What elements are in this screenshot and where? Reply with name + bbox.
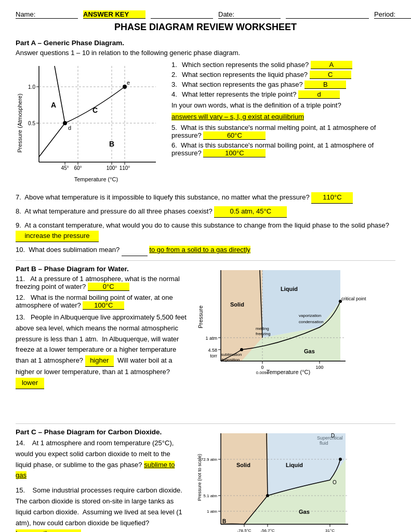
divider-b — [16, 260, 395, 261]
svg-text:100°: 100° — [107, 165, 117, 171]
svg-text:110°: 110° — [120, 165, 130, 171]
svg-text:freezing: freezing — [256, 331, 270, 336]
svg-text:Solid: Solid — [230, 301, 244, 308]
period-label: Period: — [374, 10, 411, 19]
svg-text:31°C: 31°C — [325, 528, 335, 532]
water-diagram-svg: Pressure Temperature (°C) 1 atm 4.58 tor… — [195, 265, 366, 416]
part-c-title: Part C – Phase Diagram for Carbon Dioxid… — [16, 428, 187, 436]
answer-14: sublime to gas — [16, 461, 175, 480]
part-a-title: Part A – Generic Phase Diagram. — [16, 39, 395, 47]
svg-text:A: A — [51, 101, 56, 109]
svg-text:critical point: critical point — [341, 296, 366, 301]
question-5: 5. What is this substance's normal melti… — [171, 124, 395, 140]
svg-text:-56.7°C: -56.7°C — [260, 528, 274, 532]
answer-4: d — [298, 90, 340, 99]
phase-diagram-svg: Pressure (Atmosphere) Temperature (°C) 1… — [16, 61, 164, 185]
svg-text:5.1 atm: 5.1 atm — [203, 494, 217, 498]
page-title: PHASE DIAGRAM REVIEW WORKSHEET — [16, 22, 395, 33]
svg-text:1 atm: 1 atm — [205, 336, 217, 341]
svg-text:vaporization: vaporization — [299, 313, 321, 318]
answer-3: B — [304, 81, 346, 89]
svg-text:Pressure: Pressure — [197, 305, 204, 328]
svg-text:condensation: condensation — [299, 320, 324, 324]
svg-point-29 — [123, 85, 127, 89]
svg-text:60°: 60° — [74, 165, 82, 171]
question-3: 3. What section represents the gas phase… — [171, 81, 395, 89]
svg-text:deposition: deposition — [221, 357, 240, 362]
svg-text:Pressure (Atmosphere): Pressure (Atmosphere) — [17, 94, 23, 153]
answer-6: 100°C — [203, 149, 266, 157]
svg-text:B: B — [109, 140, 114, 148]
svg-text:Liquid: Liquid — [286, 462, 303, 468]
answer-9: increase the pressure — [16, 231, 99, 242]
header: Name: ANSWER KEY Date: Period: — [16, 10, 395, 19]
question-13: 13. People in Albuquerque live approxima… — [16, 312, 187, 389]
question-4: 4. What letter represents the triple poi… — [171, 90, 395, 99]
svg-text:D: D — [331, 433, 335, 438]
part-b-title: Part B – Phase Diagram for Water. — [16, 265, 187, 273]
name-label: Name: — [16, 10, 78, 19]
answer-11: 0°C — [88, 283, 129, 291]
answer-13b: lower — [16, 378, 44, 389]
svg-text:O: O — [333, 480, 337, 485]
svg-text:1.0: 1.0 — [28, 84, 35, 90]
part-c-container: Part C – Phase Diagram for Carbon Dioxid… — [16, 428, 395, 532]
svg-text:Temperature (°C): Temperature (°C) — [267, 369, 310, 375]
answer-7: 110°C — [311, 192, 353, 204]
svg-text:Liquid: Liquid — [281, 286, 298, 292]
question-14: 14. At 1 atmosphere and room temperature… — [16, 438, 187, 481]
svg-text:72.9 atm: 72.9 atm — [201, 457, 217, 462]
answer-15: Increase the pressure — [16, 529, 81, 532]
question-7: 7. Above what temperature is it impossib… — [16, 192, 395, 204]
svg-point-94 — [266, 494, 269, 497]
question-6: 6. What is this substance's normal boili… — [171, 141, 395, 157]
svg-text:Gas: Gas — [299, 509, 310, 515]
svg-text:sublimation: sublimation — [221, 352, 242, 357]
svg-text:e: e — [127, 79, 130, 86]
svg-point-95 — [339, 458, 342, 461]
svg-text:Temperature (°C): Temperature (°C) — [74, 176, 118, 182]
question-10: 10. What does sublimation mean? to go fr… — [16, 245, 395, 256]
answer-5: 60°C — [203, 131, 266, 140]
svg-point-52 — [240, 348, 243, 351]
part-b-container: Part B – Phase Diagram for Water. 11. At… — [16, 265, 395, 417]
question-2: 2. What section represents the liquid ph… — [171, 71, 395, 79]
answer-10: to go from a solid to a gas directly — [149, 246, 250, 254]
svg-text:C: C — [92, 106, 98, 114]
answer-8: 0.5 atm, 45°C — [214, 206, 287, 218]
svg-text:Gas: Gas — [304, 348, 315, 354]
generic-phase-diagram: Pressure (Atmosphere) Temperature (°C) 1… — [16, 61, 166, 187]
svg-text:100: 100 — [315, 365, 323, 370]
co2-diagram-svg: Supercritical fluid Pressure (not to sca… — [195, 428, 361, 532]
question-11: 11. At a pressure of 1 atmosphere, what … — [16, 275, 187, 291]
question-12: 12. What is the normal boiling point of … — [16, 294, 187, 310]
answer-12: 100°C — [83, 301, 124, 310]
question-15: 15. Some industrial processes require ca… — [16, 485, 187, 532]
svg-text:melting: melting — [256, 326, 269, 331]
part-a-intro: Answer questions 1 – 10 in relation to t… — [16, 49, 395, 57]
answer-2: C — [310, 71, 351, 79]
part-b-questions: Part B – Phase Diagram for Water. 11. At… — [16, 265, 187, 417]
svg-text:Solid: Solid — [236, 462, 250, 468]
svg-text:4.58: 4.58 — [208, 348, 217, 353]
part-a-container: Pressure (Atmosphere) Temperature (°C) 1… — [16, 61, 395, 187]
date-label: Date: — [218, 10, 281, 19]
answer-1: A — [311, 61, 352, 69]
part-c-questions: Part C – Phase Diagram for Carbon Dioxid… — [16, 428, 187, 532]
svg-point-27 — [63, 121, 67, 125]
svg-text:0.0098: 0.0098 — [256, 370, 269, 375]
svg-text:d: d — [68, 125, 71, 131]
svg-text:B: B — [222, 518, 226, 524]
question-9: 9. At a constant temperature, what would… — [16, 220, 395, 243]
question-8: 8. At what temperature and pressure do a… — [16, 206, 395, 218]
co2-phase-diagram: Supercritical fluid Pressure (not to sca… — [195, 428, 395, 532]
svg-text:45°: 45° — [61, 165, 69, 171]
q4-answer: answers will vary – s, l, g exist at equ… — [171, 113, 395, 121]
q4-follow: In your own words, what is the definitio… — [171, 100, 395, 111]
svg-text:torr: torr — [210, 353, 218, 358]
svg-text:-78.5°C: -78.5°C — [237, 528, 251, 532]
question-1: 1. Which section represents the solid ph… — [171, 61, 395, 69]
part-a-questions: 1. Which section represents the solid ph… — [171, 61, 395, 187]
svg-text:0: 0 — [261, 365, 263, 370]
answer-13a: higher — [85, 355, 114, 367]
